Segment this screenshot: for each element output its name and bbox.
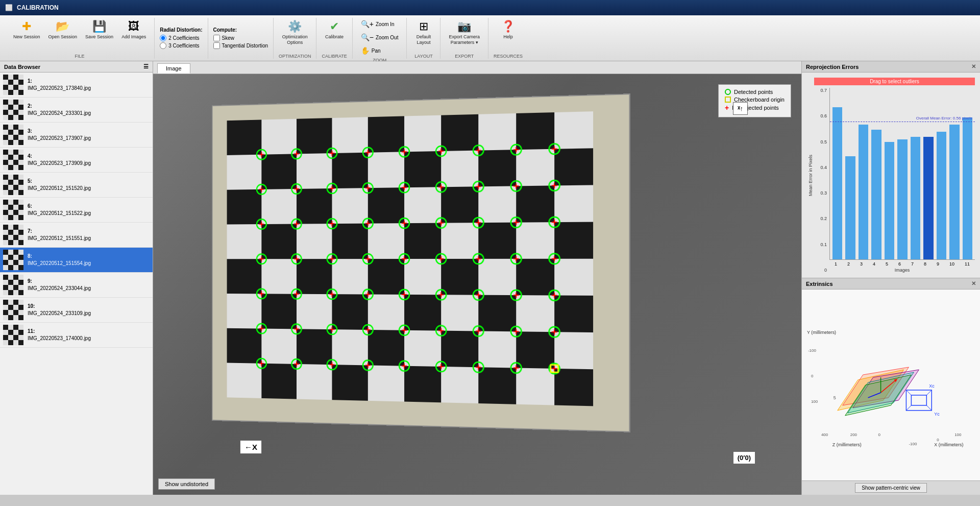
- sidebar: Data Browser ☰ 1:IMG_20220523_173840.jpg…: [0, 61, 153, 495]
- image-tab[interactable]: Image: [157, 63, 190, 74]
- show-pattern-button[interactable]: Show pattern-centric view: [855, 483, 927, 493]
- chart-bar-9[interactable]: [937, 132, 946, 259]
- zoom-out-button[interactable]: 🔍− Zoom Out: [358, 31, 402, 43]
- two-coefficients-option[interactable]: 2 Coefficients: [160, 35, 202, 41]
- export-camera-button[interactable]: 📷 Export CameraParameters ▾: [446, 18, 483, 47]
- calibration-board: [212, 93, 630, 432]
- checker-cell: [441, 259, 478, 295]
- sidebar-item-3[interactable]: 3:IMG_20220523_173907.jpg: [0, 123, 153, 148]
- new-session-label: New Session: [13, 34, 40, 40]
- thumbnail-3: [3, 125, 23, 145]
- checker-cell: [261, 364, 297, 399]
- reprojection-panel: Reprojection Errors ✕ Mean Error in Pixe…: [802, 61, 980, 278]
- zoom-in-button[interactable]: 🔍+ Zoom In: [358, 18, 399, 30]
- checker-cell: [441, 295, 478, 331]
- sidebar-item-8[interactable]: 8:IMG_20220512_151554.jpg: [0, 248, 153, 273]
- checker-cell: [332, 329, 368, 365]
- checker-cell: [478, 186, 516, 223]
- optimization-options-button[interactable]: ⚙️ OptimizationOptions: [279, 18, 311, 47]
- checker-cell: [478, 223, 516, 259]
- sidebar-item-7[interactable]: 7:IMG_20220512_151551.jpg: [0, 223, 153, 248]
- pan-button[interactable]: ✋ Pan: [358, 44, 399, 57]
- thumbnail-6: [3, 200, 23, 220]
- open-session-button[interactable]: 📂 Open Session: [45, 18, 81, 42]
- sidebar-item-11[interactable]: 11:IMG_20220523_174000.jpg: [0, 323, 153, 348]
- new-session-button[interactable]: ✚ New Session: [10, 18, 43, 42]
- two-coefficients-radio[interactable]: [160, 35, 166, 41]
- calibrate-group: ✔ Calibrate CALIBRATE: [316, 18, 352, 59]
- x-tick: 4: [873, 261, 875, 267]
- sidebar-menu-icon[interactable]: ☰: [143, 63, 149, 70]
- svg-line-208: [906, 390, 911, 395]
- calibrate-icon: ✔: [330, 20, 339, 33]
- chart-bar-11[interactable]: [963, 117, 972, 259]
- zoom-in-label: Zoom In: [376, 21, 395, 27]
- svg-rect-212: [906, 390, 932, 411]
- help-button[interactable]: ❓ Help: [497, 18, 520, 42]
- sidebar-item-9[interactable]: 9:IMG_20220524_233044.jpg: [0, 273, 153, 298]
- skew-checkbox[interactable]: [213, 35, 220, 41]
- sidebar-item-label-9: 9:IMG_20220524_233044.jpg: [28, 278, 91, 292]
- svg-text:-100: -100: [909, 442, 917, 446]
- y-tick: 0.4: [820, 165, 827, 170]
- three-coefficients-label: 3 Coefficients: [168, 43, 199, 49]
- chart-bar-2[interactable]: [845, 156, 855, 259]
- skew-label: Skew: [222, 35, 234, 41]
- checker-cell: [478, 113, 516, 151]
- svg-line-210: [906, 405, 911, 411]
- calibrate-button[interactable]: ✔ Calibrate: [322, 18, 347, 42]
- three-coefficients-option[interactable]: 3 Coefficients: [160, 42, 202, 49]
- undistort-button[interactable]: Show undistorted: [158, 478, 215, 490]
- save-session-button[interactable]: 💾 Save Session: [82, 18, 116, 42]
- three-coefficients-radio[interactable]: [160, 42, 166, 49]
- chart-bar-8[interactable]: [923, 137, 933, 259]
- chart-bar-7[interactable]: [911, 137, 920, 259]
- checker-cell: [516, 112, 554, 150]
- sidebar-item-10[interactable]: 10:IMG_20220524_233109.jpg: [0, 298, 153, 323]
- checker-cell: [368, 116, 404, 152]
- layout-group-label: LAYOUT: [414, 53, 432, 59]
- help-icon: ❓: [501, 20, 515, 33]
- drag-banner[interactable]: Drag to select outliers: [814, 78, 975, 85]
- skew-option[interactable]: Skew: [213, 35, 268, 41]
- checker-cell: [332, 188, 368, 224]
- checker-cell: [227, 328, 262, 364]
- titlebar: ⬜ CALIBRATION: [0, 0, 980, 15]
- checker-cell: [297, 329, 332, 365]
- x-axis-label: ←X: [240, 440, 262, 454]
- add-images-button[interactable]: 🖼 Add Images: [118, 18, 149, 42]
- app-title: CALIBRATION: [17, 4, 59, 11]
- tangential-checkbox[interactable]: [213, 42, 220, 49]
- sidebar-item-6[interactable]: 6:IMG_20220512_151522.jpg: [0, 198, 153, 223]
- chart-bar-5[interactable]: [885, 142, 894, 259]
- chart-bar-4[interactable]: [871, 130, 881, 259]
- radial-distortion-title: Radial Distortion:: [160, 27, 202, 33]
- x-tick: 6: [898, 261, 901, 267]
- extrinsics-close-button[interactable]: ✕: [971, 280, 976, 287]
- sidebar-item-2[interactable]: 2:IMG_20220524_233301.jpg: [0, 98, 153, 123]
- svg-rect-207: [911, 395, 926, 405]
- calibrate-label: Calibrate: [325, 34, 344, 40]
- chart-bar-6[interactable]: [897, 139, 907, 259]
- chart-bar-1[interactable]: [832, 107, 842, 259]
- sidebar-item-5[interactable]: 5:IMG_20220512_151520.jpg: [0, 173, 153, 198]
- y-axis-label: Mean Error in Pixels: [807, 78, 814, 273]
- bars-container[interactable]: Overall Mean Error: 0.56 pixels: [829, 88, 975, 260]
- sidebar-item-4[interactable]: 4:IMG_20220523_173909.jpg: [0, 148, 153, 173]
- checker-cell: [227, 224, 262, 259]
- default-layout-button[interactable]: ⊞ DefaultLayout: [412, 18, 435, 47]
- chart-bar-3[interactable]: [859, 125, 868, 259]
- checker-cell: [404, 187, 441, 223]
- checker-cell: [227, 119, 262, 155]
- checker-cell: [261, 259, 297, 294]
- checker-cell: [516, 259, 554, 296]
- sidebar-item-1[interactable]: 1:IMG_20220523_173840.jpg: [0, 73, 153, 98]
- checker-cell: [516, 295, 554, 332]
- tangential-option[interactable]: Tangential Distortion: [213, 42, 268, 49]
- checker-cell: [368, 187, 404, 223]
- chart-bar-10[interactable]: [949, 125, 959, 259]
- sidebar-item-label-6: 6:IMG_20220512_151522.jpg: [28, 203, 91, 217]
- checker-cell: [404, 330, 441, 367]
- reprojection-close-button[interactable]: ✕: [971, 63, 976, 70]
- right-panels: Reprojection Errors ✕ Mean Error in Pixe…: [801, 61, 980, 495]
